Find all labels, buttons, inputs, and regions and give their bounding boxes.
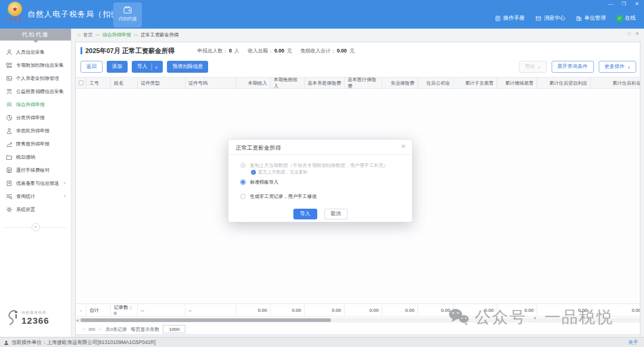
sidebar-item-refund-fee-check[interactable]: 退付手续费核对	[0, 163, 71, 176]
list-icon	[6, 62, 13, 69]
more-operations-button[interactable]: 更多操作∨	[599, 61, 636, 73]
tax-bureau-logo: ★ 中国税务	[5, 2, 25, 22]
sidebar-item-nonresident-income[interactable]: 非居民所得申报	[0, 124, 71, 137]
sidebar-item-tax-payment[interactable]: 税款缴纳	[0, 150, 71, 163]
radio-unselected-icon[interactable]	[240, 194, 246, 199]
import-button[interactable]: 导入∨	[132, 61, 163, 73]
summary-cell: 记录数：0	[111, 304, 138, 316]
sidebar-item-label: 优惠备案与信息报送	[16, 180, 59, 187]
column-header-label: 基本医疗保险费	[348, 77, 379, 89]
sidebar-item-pension-deduction[interactable]: 个人养老金扣除管理	[0, 72, 71, 85]
expand-query-button[interactable]: 展开查询条件	[552, 61, 594, 73]
scroll-left-arrow-icon[interactable]: ◂	[76, 318, 78, 323]
dialog-import-button[interactable]: 导入	[293, 209, 317, 219]
breadcrumb-home[interactable]: 首页	[83, 32, 92, 38]
column-header-label: 累计住房租金	[612, 80, 640, 86]
sidebar-collapse-row: «	[0, 223, 71, 231]
sidebar-item-label: 个人养老金扣除管理	[16, 75, 59, 82]
sidebar-item-label: 综合所得申报	[16, 101, 45, 108]
gear-icon	[6, 206, 13, 213]
page-title: 2025年07月 正常工资薪金所得	[85, 47, 175, 55]
online-status[interactable]: ✓ 在线	[617, 14, 636, 22]
add-button[interactable]: 添加	[107, 61, 128, 73]
org-management-button[interactable]: 单位管理	[576, 14, 606, 22]
dialog-option-2[interactable]: 生成零工资记录，用户手工修改	[240, 193, 317, 200]
sidebar-item-restricted-stock[interactable]: 限售股所得申报	[0, 137, 71, 150]
pagination: ◁ 0/0 ▷ 共0条记录 每页显示条数	[82, 325, 185, 333]
emblem-text: 中国税务	[5, 17, 25, 22]
chevron-down-icon: ∨	[63, 181, 66, 185]
column-header: 姓名	[111, 78, 138, 88]
sidebar-item-preferential-filing[interactable]: 优惠备案与信息报送∨	[0, 176, 71, 190]
online-check-icon: ✓	[617, 16, 623, 21]
sidebar-item-personnel-info[interactable]: 人员信息采集	[0, 45, 71, 58]
restore-icon[interactable]: ❐	[620, 1, 627, 7]
breadcrumb-separator: >>	[134, 33, 138, 37]
about-link[interactable]: 关于	[628, 339, 638, 346]
close-icon[interactable]: ✕	[633, 1, 640, 7]
breadcrumb-section[interactable]: 综合所得申报	[103, 32, 131, 38]
column-header-label: 累计继续教育	[505, 80, 534, 86]
message-center-button[interactable]: 消息中心	[535, 14, 565, 22]
org-management-label: 单位管理	[584, 14, 606, 22]
dialog-option-1[interactable]: 标准模板导入	[240, 179, 278, 185]
hotline-number: 12366	[21, 315, 49, 326]
dialog-close-icon[interactable]: ✕	[401, 143, 406, 150]
dialog-option-0: 复制上月当期数据（不包含专项附加扣除数据，用户需手工补充）	[240, 162, 388, 169]
national-emblem-icon: ★	[8, 2, 22, 16]
tab-withholding[interactable]: 代扣代缴	[113, 2, 142, 27]
summary-stats: 申报总人数：0 人收入总额：0.00 元免税收入合计：0.00 元	[197, 48, 354, 55]
document-icon	[495, 16, 501, 21]
layers-icon	[6, 101, 13, 108]
page-size-input[interactable]	[163, 325, 185, 333]
column-header-label: 证件类型	[141, 80, 160, 86]
breadcrumb: ⌂ 首页 >> 综合所得申报 >> 正常工资薪金所得 □ ✕	[72, 29, 644, 41]
column-header: 本期收入	[236, 78, 271, 88]
sidebar-item-query-statistics[interactable]: 查询统计∨	[0, 190, 71, 203]
sidebar-item-label: 退付手续费核对	[16, 167, 49, 174]
dialog-option-label: 复制上月当期数据（不包含专项附加扣除数据，用户需手工补充）	[250, 162, 388, 169]
summary-cell: 合计	[86, 304, 111, 316]
dialog-option-note: i暂无上月数据，无法复制	[251, 169, 308, 175]
caret-down-icon: ∨	[628, 65, 630, 69]
doccheck-icon	[6, 167, 13, 174]
sidebar-item-charity-donation[interactable]: 公益慈善捐赠信息采集	[0, 85, 71, 98]
hotline-label: 纳税服务热线	[21, 310, 49, 315]
column-header: 证件号码	[185, 78, 236, 88]
manual-label: 操作手册	[503, 14, 525, 22]
sidebar-item-label: 公益慈善捐赠信息采集	[16, 88, 64, 95]
sidebar: 代扣代缴 人员信息采集专项附加扣除信息采集个人养老金扣除管理公益慈善捐赠信息采集…	[0, 29, 72, 337]
title-accent-bar	[80, 47, 82, 54]
tab-restore-icon[interactable]: □	[627, 31, 630, 36]
next-page-icon[interactable]: ▷	[99, 327, 102, 331]
scrollbar-thumb[interactable]	[80, 318, 331, 322]
summary-cell: 0.00	[382, 304, 418, 316]
wechat-icon	[447, 308, 470, 327]
sidebar-item-label: 分类所得申报	[16, 114, 45, 121]
doc-icon	[6, 180, 13, 187]
sidebar-item-label: 专项附加扣除信息采集	[16, 62, 64, 69]
tax-hotline-logo: 纳税服务热线 12366	[6, 308, 49, 327]
minimize-icon[interactable]: —	[607, 1, 614, 7]
select-all-checkbox[interactable]	[79, 80, 83, 85]
chevron-down-icon: ∨	[63, 194, 66, 199]
sidebar-item-comprehensive-income[interactable]: 综合所得申报	[0, 98, 71, 111]
prefill-deduction-button[interactable]: 预填扣除信息	[167, 61, 208, 73]
manual-button[interactable]: 操作手册	[495, 14, 525, 22]
column-header-label: 工号	[89, 80, 99, 86]
tab-close-icon[interactable]: ✕	[635, 31, 639, 36]
breadcrumb-current: 正常工资薪金所得	[141, 32, 179, 38]
hotline-swoosh-icon	[6, 308, 19, 327]
column-header-label: 本期免税收入	[274, 77, 301, 89]
sidebar-item-label: 税款缴纳	[16, 154, 35, 160]
dialog-cancel-button[interactable]: 取消	[324, 209, 348, 219]
prev-page-icon[interactable]: ◁	[82, 327, 85, 331]
caret-down-icon: ∨	[155, 65, 157, 69]
back-button[interactable]: 返回	[80, 61, 103, 73]
sidebar-item-system-settings[interactable]: 系统设置	[0, 203, 71, 216]
sidebar-collapse-button[interactable]: «	[32, 223, 40, 231]
sidebar-item-special-deduction[interactable]: 专项附加扣除信息采集	[0, 58, 71, 72]
radio-selected-icon[interactable]	[240, 179, 246, 185]
sidebar-item-classified-income[interactable]: 分类所得申报	[0, 111, 71, 124]
radio-unselected-icon[interactable]	[240, 163, 246, 168]
